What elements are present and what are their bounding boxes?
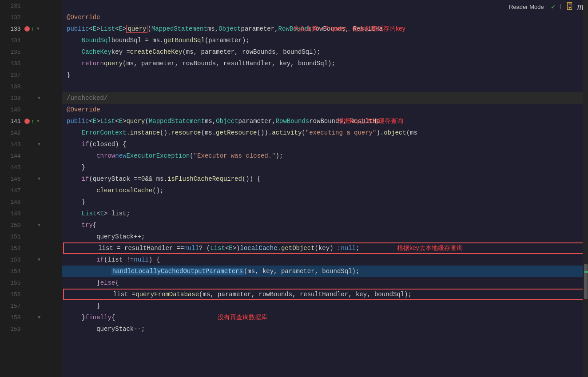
gutter-row-145: 145 [0,162,62,173]
gutter-icons-141: ↑ ▼ [24,118,62,125]
gutter-row-150: 150 ▼ [0,219,62,231]
code-area[interactable]: @Override public < E > List < E > query … [62,0,588,377]
gutter-row-137: 137 [0,69,62,81]
arrow-up-141: ↑ [31,118,35,125]
gutter-icons-133: ↑ ▼ [24,26,62,32]
line-num-131: 131 [0,3,24,9]
code-line-158: } finally { 没有再查询数据库 [62,312,588,323]
scrollbar-indicator-1 [584,271,588,273]
gutter-row-140: 140 [0,104,62,115]
gutter-row-158: 158 ▼ [0,312,62,323]
fold-arrow-141[interactable]: ▼ [36,119,40,124]
fold-arrow-153[interactable]: ▼ [38,257,41,262]
breakpoint-133[interactable] [24,26,30,32]
gutter-row-141: 141 ↑ ▼ [0,115,62,127]
code-line-133: public < E > List < E > query ( MappedSt… [62,23,588,35]
code-line-144: throw new ExecutorException ( "Executor … [62,150,588,162]
db-icon[interactable]: 🗄 [566,2,574,12]
code-line-134: BoundSql boundSql = ms. getBoundSql (par… [62,35,588,46]
gutter-row-136: 136 [0,58,62,69]
line-num-141: 141 [0,118,24,125]
gutter-row-159: 159 [0,323,62,335]
scrollbar-thumb[interactable] [584,264,588,299]
gutter-row-151: 151 [0,231,62,242]
gutter-row-133: 133 ↑ ▼ [0,23,62,35]
gutter-row-149: 149 [0,208,62,219]
code-line-152: list = resultHandler == null ? ( List < … [63,242,587,254]
gutter-row-138: 138 [0,81,62,92]
gutter-row-143: 143 ▼ [0,139,62,150]
fold-arrow-139[interactable]: ▼ [38,95,41,101]
scrollbar-track[interactable] [583,0,588,377]
gutter-row-139: 139 ▼ [0,92,62,104]
code-line-149: List < E > list; [62,208,588,219]
query-highlight: query [126,25,147,33]
code-text-132: @Override [67,14,100,21]
gutter-row-157: 157 [0,300,62,312]
gutter-row-155: 155 [0,277,62,289]
code-text-131 [67,2,70,9]
code-line-143: if (closed) { [62,139,588,150]
code-line-147: clearLocalCache (); [62,185,588,196]
code-line-148: } [62,196,588,208]
code-line-141: public < E > List < E > query ( MappedSt… [62,115,588,127]
italic-m-icon: m [577,2,584,12]
gutter-row-154: 154 [0,266,62,277]
fold-arrow-158[interactable]: ▼ [38,315,41,320]
code-line-157: } [62,300,588,312]
check-icon: ✓ [551,2,556,11]
reader-mode-button[interactable]: Reader Mode [505,3,548,11]
code-line-136: return query (ms, parameter, rowBounds, … [62,58,588,69]
main-layout: 131 132 133 ↑ ▼ 134 [0,0,588,377]
gutter-row-153: 153 ▼ [0,254,62,266]
code-line-153: if (list != null ) { [62,254,588,266]
gutter-row-152: 152 [0,242,62,254]
vertical-divider: | [559,4,562,10]
code-line-155: } else { [62,277,588,289]
gutter: 131 132 133 ↑ ▼ 134 [0,0,62,377]
code-line-156: list = queryFromDatabase (ms, parameter,… [63,289,587,300]
code-line-139: /unchecked/ [62,92,588,104]
annotation-141: 根据key去本地缓存查询 [338,117,403,125]
gutter-row-132: 132 [0,12,62,23]
gutter-row-156: 156 [0,289,62,300]
code-line-146: if (queryStack == 0 && ms. isFlushCacheR… [62,173,588,185]
fold-arrow-150[interactable]: ▼ [38,222,41,228]
gutter-row-148: 148 [0,196,62,208]
gutter-row-146: 146 ▼ [0,173,62,185]
editor-container: Reader Mode ✓ | 🗄 m 131 132 133 [0,0,588,377]
gutter-row-134: 134 [0,35,62,46]
code-line-140: @Override [62,104,588,115]
code-line-138 [62,81,588,92]
annotation-152: 根据key去本地缓存查询 [397,244,463,252]
top-bar: Reader Mode ✓ | 🗄 m [505,0,588,13]
code-line-137: } [62,69,588,81]
code-line-154: handleLocallyCachedOutputParameters (ms,… [62,266,588,277]
breakpoint-141[interactable] [24,119,30,124]
code-line-135: CacheKey key = createCacheKey (ms, param… [62,46,588,58]
gutter-row-147: 147 [0,185,62,196]
line-num-133: 133 [0,26,24,32]
gutter-row-131: 131 [0,0,62,12]
arrow-up-133: ↑ [31,26,35,32]
code-line-151: queryStack++; [62,231,588,242]
gutter-row-142: 142 [0,127,62,139]
gutter-row-135: 135 [0,46,62,58]
code-line-159: queryStack--; [62,323,588,335]
gutter-row-144: 144 [0,150,62,162]
fold-arrow-143[interactable]: ▼ [38,142,41,147]
annotation-158: 没有再查询数据库 [218,314,267,321]
code-line-142: ErrorContext . instance (). resource (ms… [62,127,588,139]
fold-arrow-133[interactable]: ▼ [36,26,40,32]
line-num-132: 132 [0,14,24,21]
annotation-133: 先会走第一个query，他会创建缓存的key [293,25,405,33]
code-line-150: try { [62,219,588,231]
code-line-145: } [62,162,588,173]
fold-arrow-146[interactable]: ▼ [38,176,41,182]
